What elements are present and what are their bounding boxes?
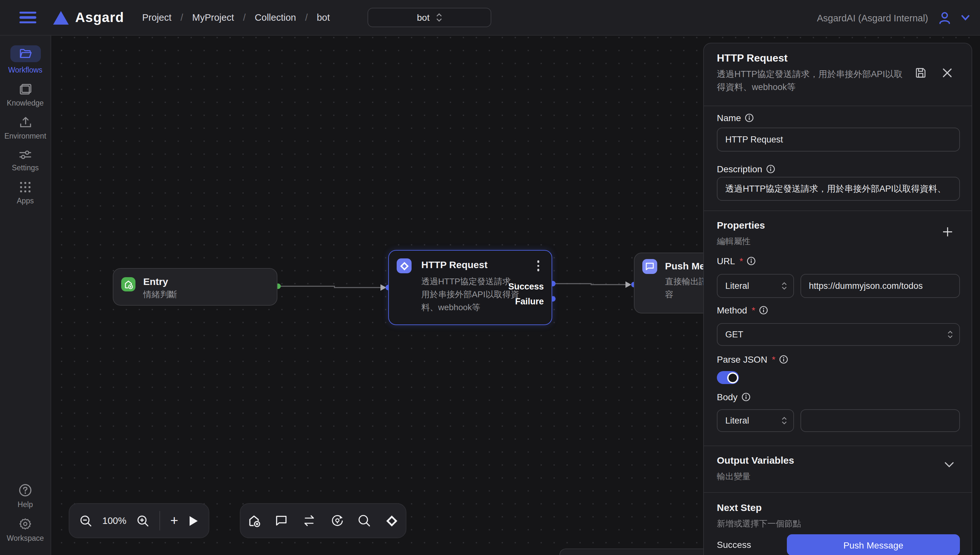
edge-arrowhead (380, 284, 386, 291)
node-title: HTTP Request (421, 259, 488, 270)
node-palette-toolbar (240, 503, 406, 538)
sidebar-item-environment[interactable]: Environment (0, 117, 51, 140)
output-variables-title: Output Variables (717, 455, 794, 466)
breadcrumb: Project / MyProject / Collection / bot (142, 12, 330, 22)
parse-json-toggle[interactable] (717, 371, 739, 384)
add-property-icon[interactable] (942, 227, 953, 237)
body-type-select[interactable]: Literal (717, 409, 794, 432)
breadcrumb-separator: / (305, 12, 307, 22)
panel-divider (704, 210, 972, 211)
panel-divider (704, 106, 972, 106)
info-icon (759, 306, 768, 315)
book-icon (19, 83, 31, 95)
properties-section-subtitle: 編輯屬性 (717, 236, 751, 247)
gear-icon (19, 517, 32, 530)
entry-node-tool-icon[interactable] (248, 514, 261, 528)
run-workflow-button[interactable] (188, 515, 198, 526)
sidebar: Workflows Knowledge Environment Settin (0, 35, 51, 555)
url-field-label: URL * (717, 256, 756, 266)
zoom-in-button[interactable] (137, 515, 149, 527)
workflow-select[interactable]: bot (367, 8, 491, 27)
name-input[interactable] (717, 128, 960, 152)
updown-chevron-icon (948, 330, 953, 339)
sidebar-item-label: Help (18, 500, 33, 508)
edge-success-to-push (553, 284, 626, 285)
top-bar: Asgard Project / MyProject / Collection … (0, 0, 980, 35)
collapse-chevron-icon[interactable] (945, 462, 954, 468)
sidebar-item-label: Knowledge (7, 99, 44, 107)
name-field-label: Name (717, 113, 754, 123)
app-root: Asgard Project / MyProject / Collection … (0, 0, 980, 555)
intent-node-tool-icon[interactable] (331, 514, 344, 528)
sidebar-item-label: Workspace (7, 534, 44, 542)
breadcrumb-item-myproject[interactable]: MyProject (192, 12, 234, 22)
close-icon[interactable] (942, 68, 952, 78)
node-subtitle: 情緒判斷 (143, 288, 177, 301)
required-asterisk: * (751, 305, 755, 315)
sidebar-footer: Help Workspace (0, 475, 51, 542)
sidebar-item-settings[interactable]: Settings (0, 149, 51, 172)
parse-json-field-label: Parse JSON * (717, 354, 789, 365)
toolbar-divider (159, 511, 160, 530)
sidebar-item-label: Environment (4, 132, 46, 140)
message-node-tool-icon[interactable] (275, 514, 288, 527)
description-input[interactable] (717, 177, 960, 201)
edge-arrowhead (626, 281, 631, 288)
panel-divider (704, 446, 972, 446)
breadcrumb-item-collection[interactable]: Collection (255, 12, 296, 22)
breadcrumb-item-bot[interactable]: bot (317, 12, 330, 22)
node-output-success[interactable]: Success (508, 282, 544, 292)
user-icon (937, 10, 952, 25)
chat-bubble-icon (645, 261, 655, 271)
sidebar-item-label: Settings (12, 164, 39, 172)
zoom-level: 100% (102, 515, 126, 526)
zoom-toolbar: 100% + (69, 503, 209, 538)
http-node-tool-icon[interactable] (385, 514, 399, 528)
url-type-select[interactable]: Literal (717, 274, 794, 298)
search-tool-icon[interactable] (358, 514, 371, 527)
entry-node-icon (121, 277, 135, 292)
logo-text: Asgard (75, 10, 124, 25)
bottom-sheet-peek[interactable] (559, 549, 719, 555)
info-icon (742, 393, 751, 401)
zoom-out-button[interactable] (80, 515, 92, 527)
breadcrumb-separator: / (243, 12, 246, 22)
panel-title: HTTP Request (717, 53, 787, 64)
account-label: AsgardAI (Asgard Internal) (817, 13, 928, 23)
sidebar-item-workspace[interactable]: Workspace (0, 517, 51, 542)
success-target-button[interactable]: Push Message (787, 534, 960, 555)
node-entry[interactable]: Entry 情緒判斷 (113, 268, 277, 306)
app-logo[interactable]: Asgard (53, 10, 124, 25)
save-icon[interactable] (915, 67, 926, 79)
hamburger-menu-icon[interactable] (19, 9, 36, 26)
info-icon (766, 165, 775, 173)
method-select[interactable]: GET (717, 323, 960, 346)
node-menu-icon[interactable] (537, 258, 540, 273)
node-description: 透過HTTP協定發送請求，用於串接外部API以取得資料、webhook等 (421, 275, 526, 314)
sidebar-item-label: Apps (17, 197, 34, 205)
url-value-input[interactable] (800, 274, 960, 298)
description-field-label: Description (717, 164, 775, 174)
diamond-arrows-icon (399, 261, 409, 271)
properties-section-title: Properties (717, 220, 765, 231)
node-output-failure[interactable]: Failure (515, 297, 544, 306)
node-http-request[interactable]: HTTP Request 透過HTTP協定發送請求，用於串接外部API以取得資料… (388, 250, 552, 325)
swap-node-tool-icon[interactable] (302, 515, 316, 526)
workflow-select-value: bot (417, 12, 430, 22)
breadcrumb-item-project[interactable]: Project (142, 12, 171, 22)
updown-chevron-icon (436, 13, 442, 22)
sidebar-item-apps[interactable]: Apps (0, 181, 51, 205)
panel-subtitle: 透過HTTP協定發送請求，用於串接外部API以取得資料、webhook等 (717, 68, 909, 93)
sidebar-item-knowledge[interactable]: Knowledge (0, 83, 51, 107)
info-icon (745, 113, 754, 122)
sidebar-item-help[interactable]: Help (0, 484, 51, 508)
account-menu[interactable]: AsgardAI (Asgard Internal) (817, 0, 970, 35)
output-variables-subtitle: 輸出變量 (717, 471, 751, 483)
sidebar-item-workflows[interactable]: Workflows (0, 45, 51, 74)
add-node-button[interactable]: + (171, 514, 179, 527)
success-branch-label: Success (717, 539, 751, 550)
updown-chevron-icon (782, 282, 787, 290)
edge-entry-to-http (278, 286, 380, 287)
node-title: Entry (143, 276, 168, 287)
body-value-input[interactable] (800, 409, 960, 432)
